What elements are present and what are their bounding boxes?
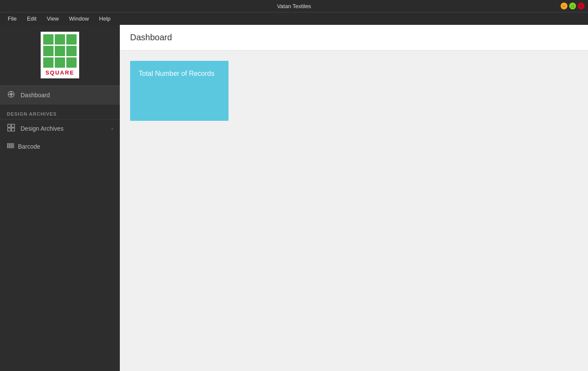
dashboard-area: Total Number of Records: [120, 51, 588, 371]
app-body: SQUARE Dashboard DESIGN ARCHIVES: [0, 25, 588, 371]
svg-rect-16: [14, 143, 14, 148]
minimize-button[interactable]: −: [561, 3, 567, 9]
logo-cell-6: [66, 46, 77, 56]
menu-bar: File Edit View Window Help: [0, 12, 588, 25]
close-button[interactable]: ✕: [578, 3, 585, 9]
logo-cell-3: [66, 34, 77, 45]
sidebar-item-dashboard[interactable]: Dashboard: [0, 86, 120, 104]
svg-rect-13: [11, 143, 11, 148]
svg-rect-7: [12, 124, 15, 127]
total-records-title: Total Number of Records: [139, 69, 220, 78]
card-container: Total Number of Records: [130, 61, 578, 121]
logo-box: SQUARE: [41, 32, 79, 78]
svg-rect-9: [12, 128, 15, 131]
sidebar-item-barcode[interactable]: Barcode: [0, 138, 120, 156]
menu-file[interactable]: File: [3, 14, 21, 24]
main-content: Dashboard Total Number of Records: [120, 25, 588, 371]
title-bar: Vatan Textiles − □ ✕: [0, 0, 588, 12]
svg-rect-10: [7, 143, 8, 148]
menu-view[interactable]: View: [42, 14, 63, 24]
window-controls: − □ ✕: [561, 3, 585, 9]
logo-text: SQUARE: [45, 69, 74, 76]
sidebar: SQUARE Dashboard DESIGN ARCHIVES: [0, 25, 120, 371]
menu-help[interactable]: Help: [95, 14, 115, 24]
chevron-right-icon: ›: [111, 126, 113, 132]
barcode-icon: [7, 142, 15, 151]
svg-rect-14: [12, 143, 12, 148]
svg-rect-15: [13, 143, 13, 148]
svg-rect-11: [9, 143, 9, 148]
logo-cell-4: [43, 46, 53, 56]
logo-cell-5: [55, 46, 65, 56]
svg-rect-12: [9, 143, 10, 148]
sidebar-item-design-archives[interactable]: Design Archives ›: [0, 120, 120, 138]
logo-cell-9: [66, 57, 77, 68]
dashboard-icon: [7, 90, 15, 100]
main-header: Dashboard: [120, 25, 588, 51]
sidebar-item-dashboard-label: Dashboard: [21, 92, 50, 99]
grid-icon: [7, 124, 15, 133]
svg-rect-6: [8, 124, 11, 127]
logo-cell-1: [43, 34, 53, 45]
svg-point-1: [10, 93, 12, 96]
app-title: Vatan Textiles: [277, 3, 311, 9]
sidebar-item-barcode-label: Barcode: [18, 143, 40, 150]
maximize-button[interactable]: □: [569, 3, 576, 9]
logo-cell-2: [55, 34, 65, 45]
page-title: Dashboard: [130, 33, 578, 42]
logo-cell-8: [55, 57, 65, 68]
logo-grid: [43, 34, 77, 68]
design-archives-section-label: DESIGN ARCHIVES: [0, 105, 120, 119]
sidebar-item-design-archives-label: Design Archives: [21, 125, 63, 132]
total-records-card[interactable]: Total Number of Records: [130, 61, 229, 121]
menu-window[interactable]: Window: [65, 14, 93, 24]
logo-area: SQUARE: [0, 25, 120, 86]
svg-rect-8: [8, 128, 11, 131]
menu-edit[interactable]: Edit: [23, 14, 41, 24]
logo-cell-7: [43, 57, 53, 68]
